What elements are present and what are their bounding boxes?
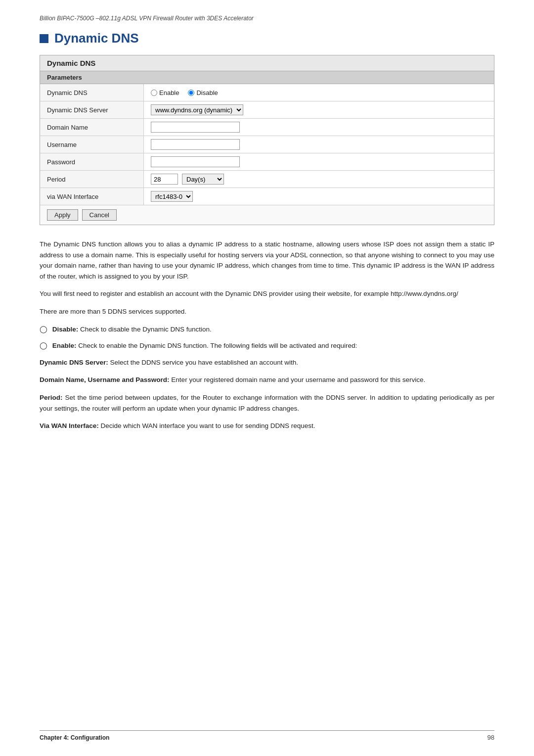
period-unit-select[interactable]: Day(s) Hour(s) Minute(s) — [182, 174, 224, 185]
form-title: Dynamic DNS — [40, 55, 494, 71]
period-row: Period Day(s) Hour(s) Minute(s) — [40, 171, 494, 188]
dns-server-select[interactable]: www.dyndns.org (dynamic) — [151, 104, 243, 115]
dns-server-value: www.dyndns.org (dynamic) — [144, 102, 494, 118]
domain-name-input[interactable] — [151, 122, 240, 133]
desc-wan: Via WAN Interface: Decide which WAN inte… — [40, 421, 494, 431]
params-header: Parameters — [40, 71, 494, 84]
domain-name-row: Domain Name — [40, 119, 494, 136]
disable-bullet: ◯ — [40, 326, 47, 333]
enable-label: Enable — [159, 89, 179, 96]
desc-period: Period: Set the time period between upda… — [40, 392, 494, 414]
password-row: Password — [40, 153, 494, 171]
password-value — [144, 154, 494, 170]
form-buttons: Apply Cancel — [40, 205, 494, 225]
wan-interface-label: via WAN Interface — [40, 188, 144, 205]
domain-desc: Enter your registered domain name and yo… — [171, 376, 425, 383]
disable-bold: Disable: — [52, 326, 79, 333]
username-label: Username — [40, 136, 144, 153]
enable-text: Check to enable the Dynamic DNS function… — [78, 342, 357, 349]
wan-desc: Decide which WAN interface you want to u… — [101, 422, 315, 429]
desc-para3: There are more than 5 DDNS services supp… — [40, 306, 494, 317]
password-label: Password — [40, 153, 144, 170]
desc-para1: The Dynamic DNS function allows you to a… — [40, 239, 494, 282]
username-value — [144, 137, 494, 152]
dns-label: Dynamic DNS — [40, 84, 144, 101]
enable-radio[interactable] — [151, 90, 157, 96]
enable-radio-label[interactable]: Enable — [151, 89, 179, 96]
desc-dns-server: Dynamic DNS Server: Select the DDNS serv… — [40, 357, 494, 368]
title-icon — [40, 34, 48, 43]
password-input[interactable] — [151, 156, 240, 167]
wan-interface-row: via WAN Interface rfc1483-0 — [40, 188, 494, 205]
disable-label: Disable — [196, 89, 218, 96]
disable-radio[interactable] — [188, 90, 194, 96]
cancel-button[interactable]: Cancel — [82, 209, 117, 221]
disable-radio-label[interactable]: Disable — [188, 89, 218, 96]
dynamic-dns-form: Dynamic DNS Parameters Dynamic DNS Enabl… — [40, 55, 494, 225]
enable-bullet: ◯ — [40, 342, 47, 349]
period-value: Day(s) Hour(s) Minute(s) — [144, 171, 494, 187]
period-label: Period — [40, 171, 144, 188]
period-bold: Period: — [40, 394, 63, 401]
desc-disable: ◯ Disable: Check to disable the Dynamic … — [40, 324, 494, 335]
domain-name-label: Domain Name — [40, 119, 144, 136]
footer-page-number: 98 — [488, 734, 494, 741]
period-input[interactable] — [151, 174, 178, 185]
dns-value: Enable Disable — [144, 87, 494, 99]
page-title: Dynamic DNS — [54, 31, 139, 46]
dns-server-desc: Select the DDNS service you have establi… — [110, 359, 298, 366]
desc-domain: Domain Name, Username and Password: Ente… — [40, 375, 494, 385]
dns-server-row: Dynamic DNS Server www.dyndns.org (dynam… — [40, 101, 494, 119]
disable-text: Check to disable the Dynamic DNS functio… — [80, 326, 212, 333]
page-footer: Chapter 4: Configuration 98 — [40, 730, 494, 741]
breadcrumb: Billion BIPAC-7500G –802.11g ADSL VPN Fi… — [40, 15, 494, 22]
username-input[interactable] — [151, 139, 240, 150]
footer-chapter: Chapter 4: Configuration — [40, 734, 109, 741]
wan-bold: Via WAN Interface: — [40, 422, 99, 429]
apply-button[interactable]: Apply — [47, 209, 78, 221]
username-row: Username — [40, 136, 494, 153]
wan-interface-value: rfc1483-0 — [144, 189, 494, 204]
desc-para2: You will first need to register and esta… — [40, 288, 494, 299]
enable-bold: Enable: — [52, 342, 77, 349]
domain-name-value — [144, 119, 494, 135]
dns-server-bold: Dynamic DNS Server: — [40, 359, 108, 366]
dns-server-label: Dynamic DNS Server — [40, 101, 144, 118]
wan-interface-select[interactable]: rfc1483-0 — [151, 191, 193, 202]
description-section: The Dynamic DNS function allows you to a… — [40, 239, 494, 431]
period-desc: Set the time period between updates, for… — [40, 394, 494, 412]
desc-enable: ◯ Enable: Check to enable the Dynamic DN… — [40, 340, 494, 351]
domain-bold: Domain Name, Username and Password: — [40, 376, 170, 383]
dns-row: Dynamic DNS Enable Disable — [40, 84, 494, 101]
